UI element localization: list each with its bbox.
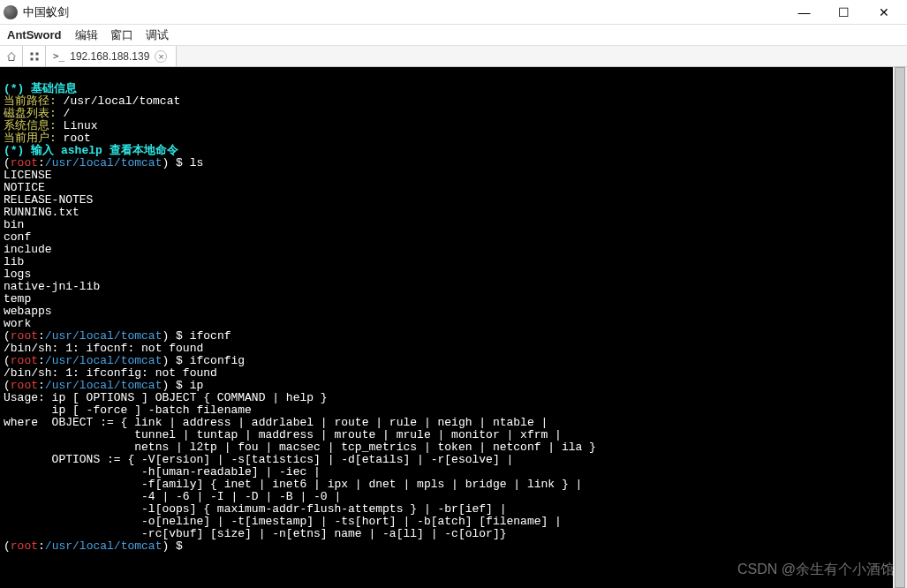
info-disk-label: 磁盘列表:: [4, 107, 64, 120]
terminal-icon: >_: [53, 50, 64, 62]
tab-close-icon[interactable]: ×: [155, 50, 167, 63]
tab-label: 192.168.188.139: [70, 50, 149, 63]
app-icon: [4, 5, 18, 19]
window-titlebar: 中国蚁剑 — ☐ ✕: [0, 0, 907, 25]
scrollbar-thumb[interactable]: [895, 67, 905, 588]
cmd-ls: ls: [190, 156, 204, 170]
window-title: 中国蚁剑: [23, 4, 69, 20]
info-user-label: 当前用户:: [4, 132, 64, 145]
cmd-ifocnf: ifocnf: [190, 329, 231, 343]
info-sys-value: Linux: [64, 119, 98, 132]
ls-output: LICENSE NOTICE RELEASE-NOTES RUNNING.txt…: [4, 169, 100, 330]
menu-debug[interactable]: 调试: [146, 27, 169, 43]
cmd-ip-out: Usage: ip [ OPTIONS ] OBJECT { COMMAND |…: [4, 391, 596, 540]
section-basic-info: (*) 基础信息: [4, 82, 77, 95]
terminal-area[interactable]: (*) 基础信息 当前路径: /usr/local/tomcat 磁盘列表: /…: [0, 67, 907, 588]
menu-edit[interactable]: 编辑: [75, 27, 98, 43]
section-ashelp: (*) 输入 ashelp 查看本地命令: [4, 144, 178, 157]
info-user-value: root: [64, 132, 91, 145]
info-path-value: /usr/local/tomcat: [64, 94, 181, 108]
tabbar: >_ 192.168.188.139 ×: [0, 46, 907, 67]
info-sys-label: 系统信息:: [4, 119, 64, 132]
cmd-ifocnf-out: /bin/sh: 1: ifocnf: not found: [4, 342, 203, 355]
info-path-label: 当前路径:: [4, 94, 64, 108]
info-disk-value: /: [64, 107, 71, 120]
svg-rect-2: [30, 57, 33, 60]
menu-window[interactable]: 窗口: [110, 27, 133, 43]
tab-terminal[interactable]: >_ 192.168.188.139 ×: [46, 46, 177, 66]
cmd-ifconfig: ifconfig: [190, 354, 245, 367]
cmd-ip: ip: [190, 379, 204, 392]
window-maximize-button[interactable]: ☐: [824, 0, 864, 25]
svg-rect-1: [35, 52, 38, 55]
menubar: AntSword 编辑 窗口 调试: [0, 25, 907, 46]
app-brand: AntSword: [7, 28, 61, 41]
window-close-button[interactable]: ✕: [864, 0, 903, 25]
svg-rect-0: [30, 52, 33, 55]
tab-grid-button[interactable]: [23, 46, 46, 66]
window-minimize-button[interactable]: —: [784, 0, 824, 25]
tab-home-button[interactable]: [0, 46, 23, 66]
svg-rect-3: [35, 57, 38, 60]
terminal-output: (*) 基础信息 当前路径: /usr/local/tomcat 磁盘列表: /…: [0, 67, 907, 556]
vertical-scrollbar[interactable]: [893, 67, 907, 588]
cmd-ifconfig-out: /bin/sh: 1: ifconfig: not found: [4, 366, 217, 380]
